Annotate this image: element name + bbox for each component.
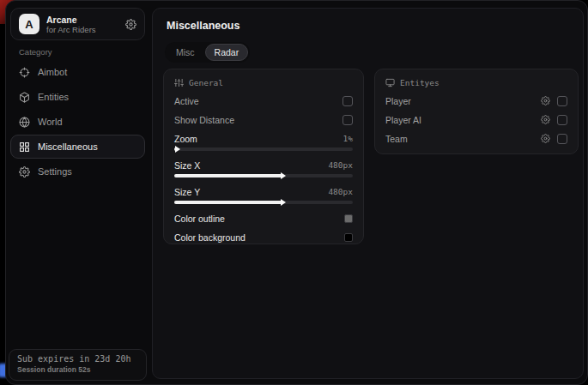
app-logo: A	[19, 14, 39, 34]
active-checkbox[interactable]	[342, 96, 353, 106]
sidebar-item-world[interactable]: World	[10, 110, 145, 134]
entities-panel-title: Entityes	[400, 78, 439, 87]
sidebar-item-label: World	[38, 117, 63, 127]
app-window: A Arcane for Arc Riders Category Aimbot	[5, 0, 588, 385]
zoom-slider[interactable]	[174, 147, 353, 151]
setting-label: Color background	[174, 232, 246, 243]
setting-row-color-background: Color background	[174, 232, 353, 243]
setting-label: Zoom	[174, 134, 197, 144]
zoom-value: 1%	[343, 134, 353, 143]
grid-icon	[19, 141, 30, 153]
sidebar-nav: Aimbot Entities World Miscellaneous	[10, 60, 145, 184]
setting-row-size-y: Size Y 480px	[174, 186, 353, 197]
gear-icon	[19, 166, 30, 177]
brand-subtitle: for Arc Riders	[46, 25, 96, 34]
tab-group: Misc Radar	[165, 42, 250, 63]
setting-row-zoom: Zoom 1%	[174, 133, 353, 144]
box-icon	[19, 92, 30, 103]
size-y-value: 480px	[328, 187, 353, 196]
size-x-slider-fill	[174, 174, 282, 177]
size-x-value: 480px	[328, 160, 353, 170]
entities-panel-header: Entityes	[385, 77, 567, 87]
setting-row-color-outline: Color outline	[174, 213, 353, 224]
setting-row-active: Active	[174, 95, 353, 106]
sidebar-item-aimbot[interactable]: Aimbot	[10, 60, 145, 84]
brand-name: Arcane	[46, 15, 96, 25]
general-panel: General Active Show Distance Zoom 1% Si	[163, 69, 364, 244]
main-panel: Miscellaneous Misc Radar General Active …	[152, 8, 584, 379]
sidebar-item-miscellaneous[interactable]: Miscellaneous	[10, 135, 145, 159]
show-distance-checkbox[interactable]	[342, 115, 353, 125]
setting-row-show-distance: Show Distance	[174, 114, 353, 125]
entities-panel: Entityes Player Player AI	[374, 69, 579, 154]
sidebar-item-entities[interactable]: Entities	[10, 85, 145, 109]
entity-controls	[541, 96, 567, 106]
entity-row-player: Player	[385, 95, 567, 106]
zoom-slider-thumb[interactable]	[175, 146, 180, 153]
entity-label: Player AI	[385, 115, 421, 125]
size-y-slider-thumb[interactable]	[281, 199, 286, 206]
setting-label: Active	[174, 96, 199, 106]
globe-icon	[19, 117, 30, 128]
setting-row-size-x: Size X 480px	[174, 159, 353, 171]
brand-text: Arcane for Arc Riders	[46, 15, 96, 34]
sidebar-item-label: Aimbot	[38, 67, 67, 77]
size-y-slider-fill	[174, 201, 282, 204]
sub-expiry-text: Sub expires in 23d 20h	[17, 354, 138, 364]
setting-label: Size X	[174, 160, 200, 171]
sidebar-item-label: Entities	[38, 92, 69, 102]
sidebar-item-settings[interactable]: Settings	[10, 159, 145, 183]
tab-radar[interactable]: Radar	[205, 44, 249, 61]
size-y-slider[interactable]	[174, 201, 353, 204]
brand-card: A Arcane for Arc Riders	[10, 8, 145, 40]
team-checkbox[interactable]	[557, 134, 567, 144]
entity-label: Player	[385, 96, 411, 106]
sidebar: A Arcane for Arc Riders Category Aimbot	[6, 1, 152, 384]
sidebar-item-label: Settings	[38, 166, 72, 177]
sidebar-item-label: Miscellaneous	[38, 141, 98, 152]
gear-icon[interactable]	[541, 115, 550, 124]
player-ai-checkbox[interactable]	[557, 115, 567, 125]
sliders-icon	[174, 78, 184, 87]
setting-label: Color outline	[174, 214, 225, 224]
size-x-slider-thumb[interactable]	[281, 172, 286, 179]
crosshair-icon	[19, 67, 30, 78]
general-panel-header: General	[174, 77, 353, 87]
category-label: Category	[19, 47, 52, 57]
gear-icon[interactable]	[541, 96, 550, 105]
zoom-slider-fill	[174, 147, 176, 151]
session-duration-text: Session duration 52s	[17, 365, 138, 374]
gear-icon[interactable]	[541, 134, 550, 143]
entity-controls	[541, 115, 567, 125]
entity-label: Team	[385, 134, 408, 144]
size-x-slider[interactable]	[174, 174, 353, 177]
setting-label: Show Distance	[174, 115, 234, 125]
tab-misc[interactable]: Misc	[167, 44, 204, 61]
monitor-icon	[385, 78, 395, 87]
entity-controls	[541, 134, 567, 144]
general-panel-title: General	[189, 78, 223, 87]
subscription-status-card: Sub expires in 23d 20h Session duration …	[9, 349, 147, 381]
color-outline-swatch[interactable]	[344, 214, 353, 223]
entity-row-team: Team	[385, 133, 567, 144]
setting-label: Size Y	[174, 187, 200, 197]
gear-icon[interactable]	[125, 19, 136, 30]
page-title: Miscellaneous	[167, 20, 239, 32]
color-background-swatch[interactable]	[344, 233, 353, 242]
entity-row-player-ai: Player AI	[385, 114, 567, 125]
player-checkbox[interactable]	[557, 96, 567, 106]
